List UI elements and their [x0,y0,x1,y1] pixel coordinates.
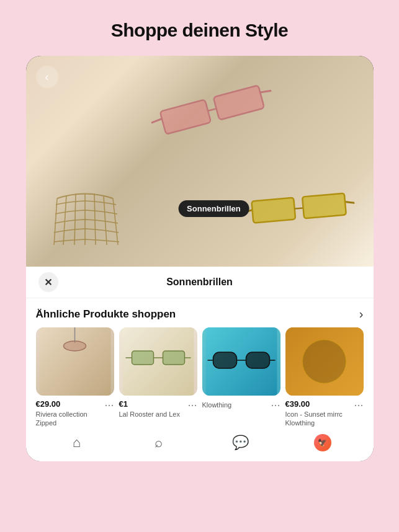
svg-line-0 [54,198,57,245]
messages-icon: 💬 [232,435,249,451]
svg-point-19 [63,341,86,351]
svg-rect-14 [251,198,295,223]
product-name-1: Riviera collection Zipped [36,410,105,428]
product-card-4[interactable]: €39.00 Icon - Sunset mirrc Klowthing ··· [285,327,364,428]
svg-rect-21 [132,351,153,365]
products-row: €29.00 Riviera collection Zipped ··· [26,327,374,428]
bottom-nav: ⌂ ⌕ 💬 🦅 [26,428,374,461]
bottom-panel: ✕ Sonnenbrillen Ähnliche Produkte shoppe… [26,267,374,461]
main-image [26,56,374,267]
product-footer-2: €1 Lal Rooster and Lex ··· [119,399,197,419]
svg-rect-27 [213,352,236,368]
app-card: ‹ Sonnenbrillen ✕ Sonnenbrillen Ähnliche… [26,56,374,461]
home-icon: ⌂ [73,435,81,451]
page-title: Shoppe deinen Style [111,20,289,41]
more-icon-1[interactable]: ··· [104,399,114,410]
svg-rect-29 [246,352,269,368]
net-bag [51,186,125,248]
product-card-2[interactable]: €1 Lal Rooster and Lex ··· [119,327,197,428]
avatar: 🦅 [314,434,331,451]
svg-line-10 [208,109,217,111]
nav-home[interactable]: ⌂ [36,435,118,451]
svg-line-15 [294,208,303,208]
svg-point-34 [308,346,339,377]
product-name-4: Icon - Sunset mirrc Klowthing [285,410,354,428]
svg-line-6 [113,198,118,245]
product-price-1: €29.00 [36,399,105,409]
product-card-3[interactable]: Klowthing ··· [202,327,280,428]
nav-profile[interactable]: 🦅 [282,434,364,451]
search-icon: ⌕ [155,435,163,451]
close-button[interactable]: ✕ [38,272,58,292]
product-image-4 [285,327,364,396]
product-image-3 [202,327,280,396]
product-footer-4: €39.00 Icon - Sunset mirrc Klowthing ··· [285,399,364,428]
sunglasses-pink [148,78,276,143]
product-name-2: Lal Rooster and Lex [119,410,180,419]
svg-line-13 [345,201,354,203]
nav-messages[interactable]: 💬 [200,435,282,451]
sunglasses-yellow [241,187,356,234]
svg-rect-11 [213,85,264,120]
section-header: Ähnliche Produkte shoppen › [26,298,374,327]
back-button[interactable]: ‹ [36,66,58,88]
svg-rect-9 [159,99,210,134]
nav-search[interactable]: ⌕ [118,435,200,451]
chevron-right-icon[interactable]: › [359,307,364,321]
product-image-1 [36,327,114,396]
more-icon-4[interactable]: ··· [354,399,363,410]
more-icon-2[interactable]: ··· [187,399,197,410]
product-footer-1: €29.00 Riviera collection Zipped ··· [36,399,114,428]
product-price-4: €39.00 [285,399,354,409]
product-price-2: €1 [119,399,180,409]
panel-title: Sonnenbrillen [166,277,233,288]
more-icon-3[interactable]: ··· [271,399,280,410]
main-image-section: ‹ Sonnenbrillen [26,56,374,267]
svg-rect-23 [163,351,184,365]
product-image-2 [119,327,197,396]
svg-line-8 [260,89,271,94]
svg-line-7 [151,118,162,123]
section-title: Ähnliche Produkte shoppen [36,308,176,321]
product-footer-3: Klowthing ··· [202,399,280,410]
product-card-1[interactable]: €29.00 Riviera collection Zipped ··· [36,327,114,428]
product-name-3: Klowthing [202,401,232,409]
tag-pill[interactable]: Sonnenbrillen [178,200,249,217]
panel-header: ✕ Sonnenbrillen [26,267,374,298]
svg-rect-16 [302,193,346,219]
